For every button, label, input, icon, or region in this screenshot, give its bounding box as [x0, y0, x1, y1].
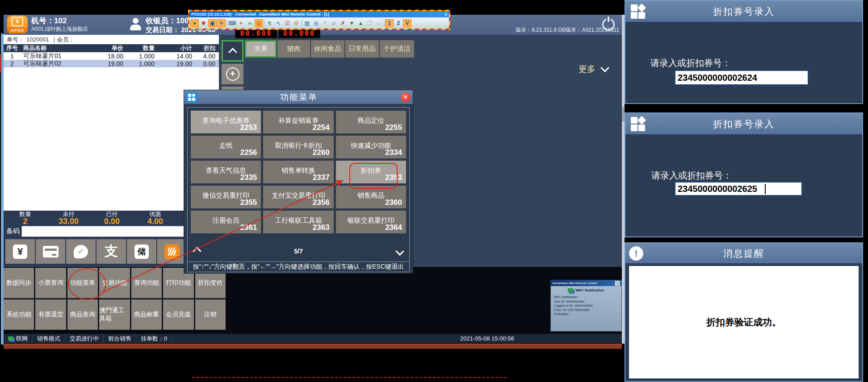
menu-item-alipay-reprint[interactable]: 支付宝交易重打印2356	[263, 186, 333, 208]
view-only-icon[interactable]: ∞	[246, 19, 254, 27]
pan-mode-icon[interactable]: ✛	[217, 19, 226, 27]
version-text: 版本：8.21.311.8 DB版本：A021.20210311	[516, 26, 619, 34]
apos-logo-icon: ¥ APOS	[7, 16, 28, 33]
menu-item-unionpay-reprint[interactable]: 银联交易重打印2364	[336, 211, 406, 233]
function-key-receipt-query[interactable]: 小票查询	[35, 268, 66, 298]
annotation-ellipse	[68, 268, 106, 300]
grid-diamond	[637, 116, 646, 125]
tab-fruit[interactable]: 水果	[245, 40, 277, 58]
status-timestamp: 2021-05-08 15:00:56	[460, 334, 514, 343]
dameware-title-bar[interactable]: POS102 (10.10.1.219) - Connected - DameW…	[189, 11, 449, 17]
monitor-2-icon[interactable]: 2	[394, 19, 403, 27]
add-category-button[interactable]: +	[222, 64, 243, 84]
menu-item-query-ecoupon[interactable]: 查询电子优惠券2253	[191, 111, 261, 133]
disconnect-icon[interactable]: ✖	[199, 19, 208, 27]
menu-item-product-locate[interactable]: 商品定位2255	[336, 111, 406, 133]
file-transfer-in-icon[interactable]: ▼	[348, 19, 356, 27]
category-scroll-up-button[interactable]	[222, 40, 243, 62]
menu-item-sales-convert[interactable]: 销售单转换2337	[263, 161, 333, 183]
member-label: ｜会员：	[51, 36, 75, 44]
cursor-icon[interactable]: ↖	[274, 19, 283, 27]
panel-grid-icon	[629, 3, 647, 21]
menu-item-cancel-bankcard-discount[interactable]: 取消银行卡折扣2260	[263, 136, 333, 158]
function-key-data-sync[interactable]: 数据同步	[4, 268, 34, 298]
cash-payment-button[interactable]: ¥	[5, 239, 35, 264]
table-row[interactable]: 1 可乐味薯片01 18.00 1.000 14.00 4.00	[4, 52, 219, 60]
menu-item-promo-coupon[interactable]: 补算促销返券2254	[263, 111, 333, 133]
date-label: 交易日期：	[146, 26, 179, 33]
options-check-icon[interactable]: ☑	[283, 19, 292, 27]
key-icon[interactable]: ↯	[265, 19, 274, 27]
mpay-payment-button[interactable]	[157, 239, 187, 264]
row-product-name: 可乐味薯片02	[21, 60, 90, 68]
tab-snacks[interactable]: 休闲食品	[311, 40, 344, 58]
page-up-icon[interactable]	[193, 247, 201, 256]
coupon-number-input[interactable]	[675, 182, 802, 196]
chevron-down-icon	[600, 63, 609, 72]
total-paid: 已付 0.00	[90, 211, 134, 225]
screen-blank-icon[interactable]: ▤	[255, 19, 263, 27]
total-unpaid: 未付 33.00	[47, 211, 90, 225]
wechat-payment-button[interactable]: ✓	[66, 239, 96, 264]
print-preview-icon[interactable]: ◎	[312, 19, 320, 27]
function-key-macau-toolbox[interactable]: 澳門通工具箱	[99, 299, 130, 330]
chat-icon[interactable]: ❝	[321, 19, 329, 27]
menu-item-code: 2255	[385, 123, 402, 132]
total-label: 未付	[63, 211, 75, 217]
menu-item-weather-info[interactable]: 查看天气信息2335	[191, 161, 261, 183]
monitor-1-icon[interactable]: 1	[385, 19, 394, 27]
bankcard-payment-button[interactable]	[36, 239, 65, 264]
alert-icon: !	[629, 246, 643, 261]
mpay-icon	[164, 244, 180, 259]
menu-item-quick-reduce[interactable]: 快速减少功能2334	[336, 136, 406, 158]
keyboard-map-icon[interactable]: ⌨	[228, 19, 236, 27]
stored-value-payment-button[interactable]: 储	[127, 239, 156, 264]
led-display-left: 00.000	[235, 29, 277, 38]
coupon-number-input[interactable]	[675, 70, 809, 85]
total-value: 0.00	[104, 217, 120, 225]
row-quantity: 1.000	[123, 53, 155, 60]
menu-item-wechat-reprint[interactable]: 微信交易重打印2355	[191, 186, 261, 208]
remote-screen-icon[interactable]: ▣	[208, 19, 217, 27]
close-icon[interactable]: x	[615, 281, 620, 286]
alipay-icon: 支	[105, 242, 118, 261]
settings-wrench-icon[interactable]: ⚙	[292, 19, 301, 27]
tab-personal-care[interactable]: 个护清洁	[380, 40, 414, 58]
deploy-icon[interactable]: ⇄	[330, 19, 338, 27]
text-cursor	[765, 184, 766, 194]
function-key-query[interactable]: 查询功能	[131, 268, 162, 298]
printer-icon[interactable]: ▤	[303, 19, 311, 27]
tab-pork[interactable]: 猪肉	[277, 40, 310, 58]
function-key-product-query[interactable]: 商品查询	[67, 299, 98, 330]
function-key-weigh[interactable]: 商品称重	[131, 299, 162, 330]
pushpin-icon[interactable]: ➤	[190, 19, 199, 27]
disconnect-user-icon[interactable]: ✗	[339, 19, 347, 27]
function-key-logout[interactable]: 注销	[195, 299, 226, 330]
cash-icon: ¥	[13, 245, 27, 259]
file-transfer-out-icon[interactable]: ▲	[356, 19, 365, 27]
total-label: 优惠	[150, 211, 161, 217]
close-icon[interactable]: ✕	[401, 92, 411, 102]
function-key-member-topup[interactable]: 会员充值	[163, 299, 193, 330]
smartcard-icon[interactable]: ▭	[374, 19, 383, 27]
lock-icon[interactable]: ✦	[237, 19, 245, 27]
more-button[interactable]: 更多	[579, 63, 608, 75]
tab-daily-goods[interactable]: 日常用品	[345, 40, 379, 58]
status-text: 交易进行中	[70, 335, 99, 343]
menu-item-feed-paper[interactable]: 走纸2256	[191, 136, 261, 158]
menu-item-code: 2355	[240, 198, 257, 207]
table-row-selected[interactable]: 2 可乐味薯片02 19.00 1.000 19.00 0.00	[4, 60, 219, 67]
function-key-system[interactable]: 系统功能	[4, 299, 34, 330]
menu-item-sales-goods[interactable]: 销售商品2360	[336, 186, 406, 208]
monitor-v-icon[interactable]: V	[403, 19, 411, 27]
page-down-icon[interactable]	[395, 247, 404, 256]
menu-item-register-member[interactable]: 注册会员2361	[191, 211, 261, 233]
copy-icon[interactable]: ❐	[365, 19, 374, 27]
close-icon[interactable]: x	[445, 12, 447, 17]
mrc-title-bar[interactable]: DameWare Mini Remote Control x	[551, 280, 621, 286]
coupon-entry-panel-1: 折扣券号录入 请录入或折扣券号：	[625, 0, 863, 104]
menu-item-icbc-toolbox[interactable]: 工行银联工具箱2363	[263, 211, 333, 233]
menu-item-code: 2363	[313, 223, 330, 232]
alipay-payment-button[interactable]: 支	[96, 239, 126, 264]
function-key-receipt-return[interactable]: 有票退货	[35, 299, 66, 330]
